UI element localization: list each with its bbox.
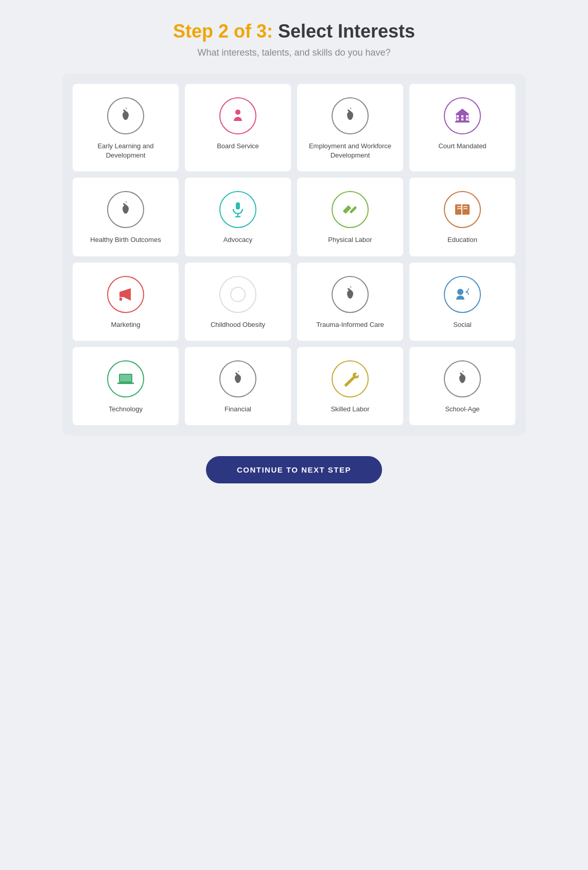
svg-rect-7	[466, 115, 468, 117]
card-marketing[interactable]: Marketing	[73, 263, 179, 341]
education-icon	[444, 191, 481, 228]
card-board-service[interactable]: Board Service	[185, 84, 291, 171]
card-technology[interactable]: Technology	[73, 347, 179, 425]
childhood-obesity-icon	[219, 276, 256, 313]
early-learning-label: Early Learning and Development	[80, 142, 171, 160]
svg-rect-15	[350, 206, 357, 214]
card-education[interactable]: Education	[409, 178, 515, 256]
card-employment-workforce[interactable]: Employment and Workforce Development	[297, 84, 403, 171]
page-title: Step 2 of 3: Select Interests	[173, 21, 415, 42]
healthy-birth-icon	[107, 191, 144, 228]
continue-button[interactable]: CONTINUE TO NEXT STEP	[206, 456, 382, 483]
advocacy-label: Advocacy	[223, 235, 252, 245]
step-label: Step 2 of 3:	[173, 21, 273, 42]
financial-icon	[219, 360, 256, 397]
court-mandated-label: Court Mandated	[438, 142, 486, 151]
trauma-informed-label: Trauma-Informed Care	[316, 320, 384, 329]
healthy-birth-label: Healthy Birth Outcomes	[90, 235, 161, 245]
technology-label: Technology	[109, 405, 143, 414]
physical-labor-label: Physical Labor	[328, 235, 372, 245]
svg-rect-9	[461, 118, 463, 120]
svg-point-21	[231, 287, 245, 302]
marketing-label: Marketing	[111, 320, 140, 329]
page-subtitle: What interests, talents, and skills do y…	[173, 47, 415, 58]
financial-label: Financial	[224, 405, 251, 414]
advocacy-icon	[219, 191, 256, 228]
card-financial[interactable]: Financial	[185, 347, 291, 425]
social-icon	[444, 276, 481, 313]
svg-rect-11	[236, 202, 240, 210]
card-court-mandated[interactable]: Court Mandated	[409, 84, 515, 171]
svg-rect-25	[120, 375, 131, 381]
svg-point-22	[457, 289, 463, 295]
skilled-labor-label: Skilled Labor	[331, 405, 369, 414]
board-service-label: Board Service	[217, 142, 259, 151]
card-healthy-birth[interactable]: Healthy Birth Outcomes	[73, 178, 179, 256]
title-main: Select Interests	[278, 21, 415, 42]
card-social[interactable]: Social	[409, 263, 515, 341]
childhood-obesity-label: Childhood Obesity	[211, 320, 265, 329]
marketing-icon	[107, 276, 144, 313]
svg-rect-10	[466, 118, 468, 120]
social-label: Social	[453, 320, 471, 329]
physical-labor-icon	[332, 191, 369, 228]
card-childhood-obesity[interactable]: Childhood Obesity	[185, 263, 291, 341]
court-mandated-icon	[444, 97, 481, 134]
svg-rect-5	[457, 115, 459, 117]
technology-icon	[107, 360, 144, 397]
svg-rect-8	[457, 118, 459, 120]
svg-rect-14	[343, 205, 352, 214]
card-advocacy[interactable]: Advocacy	[185, 178, 291, 256]
interests-grid-container: Early Learning and Development Board Ser…	[62, 74, 526, 436]
card-early-learning[interactable]: Early Learning and Development	[73, 84, 179, 171]
svg-rect-20	[119, 298, 122, 301]
svg-rect-1	[236, 110, 240, 111]
education-label: Education	[447, 235, 477, 245]
svg-rect-2	[455, 121, 470, 123]
interests-grid: Early Learning and Development Board Ser…	[73, 84, 515, 425]
card-skilled-labor[interactable]: Skilled Labor	[297, 347, 403, 425]
employment-workforce-icon	[332, 97, 369, 134]
employment-workforce-label: Employment and Workforce Development	[304, 142, 396, 160]
school-age-label: School-Age	[445, 405, 479, 414]
card-trauma-informed[interactable]: Trauma-Informed Care	[297, 263, 403, 341]
page-header: Step 2 of 3: Select Interests What inter…	[173, 21, 415, 58]
svg-rect-26	[117, 382, 134, 384]
early-learning-icon	[107, 97, 144, 134]
board-service-icon	[219, 97, 256, 134]
svg-rect-17	[455, 204, 462, 215]
school-age-icon	[444, 360, 481, 397]
card-school-age[interactable]: School-Age	[409, 347, 515, 425]
card-physical-labor[interactable]: Physical Labor	[297, 178, 403, 256]
svg-rect-6	[461, 115, 463, 117]
svg-marker-4	[455, 109, 470, 114]
skilled-labor-icon	[332, 360, 369, 397]
trauma-informed-icon	[332, 276, 369, 313]
